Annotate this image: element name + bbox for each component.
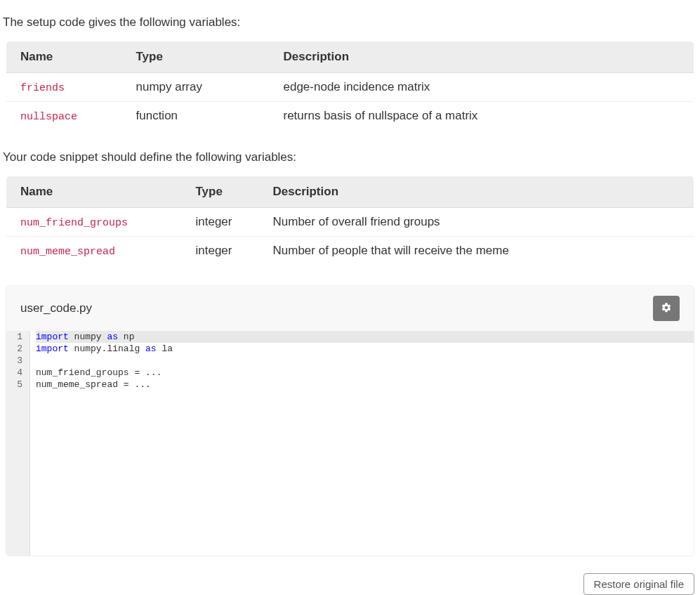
setup-intro-text: The setup code gives the following varia… — [3, 15, 700, 30]
var-name: nullspace — [20, 111, 77, 123]
table-row: friends numpy array edge-node incidence … — [6, 73, 694, 102]
code-editor-card: user_code.py 1 2 3 4 5 import numpy as n… — [6, 285, 694, 556]
code-line[interactable]: num_friend_groups = ... — [36, 367, 694, 379]
var-type: integer — [182, 208, 259, 237]
col-header-name: Name — [6, 176, 182, 208]
var-desc: Number of overall friend groups — [259, 208, 694, 237]
var-name: friends — [20, 82, 65, 94]
col-header-desc: Description — [259, 176, 694, 208]
gear-icon — [661, 302, 672, 315]
line-number: 3 — [6, 355, 25, 367]
editor-settings-button[interactable] — [653, 296, 680, 321]
code-line[interactable] — [36, 355, 694, 367]
var-desc: edge-node incidence matrix — [270, 73, 694, 102]
var-desc: Number of people that will receive the m… — [259, 237, 694, 266]
var-desc: returns basis of nullspace of a matrix — [270, 102, 694, 131]
code-line[interactable]: import numpy as np — [36, 331, 694, 343]
line-number: 4 — [6, 367, 25, 379]
var-type: numpy array — [122, 73, 270, 102]
col-header-type: Type — [122, 41, 270, 73]
editor-filename: user_code.py — [20, 301, 92, 315]
col-header-type: Type — [182, 176, 259, 208]
code-editor[interactable]: 1 2 3 4 5 import numpy as np import nump… — [6, 331, 694, 556]
line-number: 1 — [6, 331, 25, 343]
output-variables-table: Name Type Description num_friend_groups … — [6, 176, 694, 266]
var-type: integer — [182, 237, 259, 266]
define-intro-text: Your code snippet should define the foll… — [3, 150, 700, 164]
code-content[interactable]: import numpy as np import numpy.linalg a… — [30, 331, 694, 556]
table-row: num_friend_groups integer Number of over… — [6, 208, 694, 237]
table-row: nullspace function returns basis of null… — [6, 102, 694, 131]
var-type: function — [122, 102, 270, 131]
editor-footer: Restore original file — [0, 566, 700, 595]
col-header-desc: Description — [270, 41, 694, 73]
code-line[interactable]: import numpy.linalg as la — [36, 343, 694, 355]
col-header-name: Name — [6, 41, 122, 73]
restore-original-file-button[interactable]: Restore original file — [583, 573, 694, 595]
code-line[interactable]: num_meme_spread = ... — [36, 379, 694, 391]
line-number: 5 — [6, 379, 25, 391]
var-name: num_meme_spread — [20, 246, 115, 258]
editor-header: user_code.py — [6, 286, 694, 331]
line-number: 2 — [6, 343, 25, 355]
var-name: num_friend_groups — [20, 217, 128, 229]
line-number-gutter: 1 2 3 4 5 — [6, 331, 30, 556]
setup-variables-table: Name Type Description friends numpy arra… — [6, 41, 694, 131]
table-row: num_meme_spread integer Number of people… — [6, 237, 694, 266]
